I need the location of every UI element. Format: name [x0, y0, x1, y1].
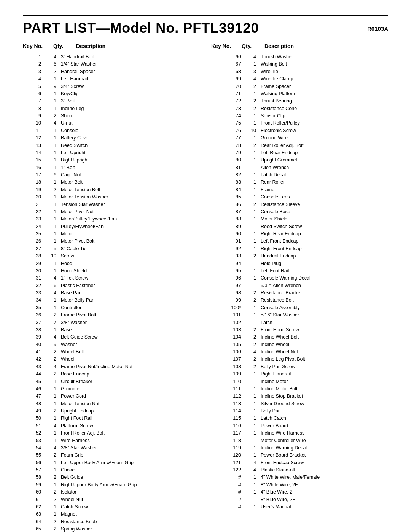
list-item: 67 1 Walking Belt: [223, 61, 388, 68]
list-item: 108 2 Belly Pan Screw: [223, 363, 388, 371]
part-qty: 2: [46, 489, 61, 496]
part-key: 77: [223, 134, 245, 142]
part-qty: 1: [46, 267, 61, 275]
part-desc: Wire Harness: [61, 437, 188, 444]
list-item: 61 2 Wheel Nut: [23, 496, 188, 503]
part-qty: 1: [46, 193, 61, 201]
part-desc: 8" Cable Tie: [61, 245, 188, 252]
part-key: 22: [23, 208, 46, 216]
part-key: 76: [223, 127, 245, 134]
list-item: 91 1 Left Front Endcap: [223, 238, 388, 245]
part-qty: 2: [46, 526, 61, 532]
list-item: 119 1 Incline Warning Decal: [223, 444, 388, 452]
part-desc: Screw: [61, 252, 188, 260]
part-desc: Belly Pan Screw: [261, 363, 388, 371]
part-key: 50: [23, 415, 46, 422]
part-key: 6: [23, 90, 46, 97]
part-key: 63: [23, 511, 46, 518]
part-qty: 2: [46, 518, 61, 526]
part-qty: 1: [245, 208, 261, 216]
part-qty: 1: [46, 304, 61, 312]
part-key: 106: [223, 348, 245, 356]
list-item: 11 1 Console: [23, 127, 188, 134]
part-desc: Walking Belt: [261, 61, 388, 68]
part-desc: User's Manual: [261, 503, 388, 511]
list-item: 34 1 Motor Belly Pan: [23, 297, 188, 304]
list-item: 88 1 Motor Shield: [223, 216, 388, 223]
part-desc: Belt Guide: [61, 474, 188, 481]
part-qty: 5: [46, 245, 61, 252]
list-item: 51 4 Platform Screw: [23, 422, 188, 430]
list-item: 56 1 Left Upper Body Arm w/Foam Grip: [23, 459, 188, 466]
part-qty: 1: [46, 97, 61, 105]
part-qty: 1: [245, 282, 261, 289]
part-key: 51: [23, 422, 46, 430]
part-qty: 1: [46, 385, 61, 393]
part-desc: Hood Shield: [61, 267, 188, 275]
list-item: 27 5 8" Cable Tie: [23, 245, 188, 252]
part-desc: Base Pad: [61, 289, 188, 297]
part-qty: 4: [46, 422, 61, 430]
list-item: 115 1 Latch Catch: [223, 415, 388, 422]
part-qty: 1: [46, 223, 61, 230]
part-desc: Motor: [61, 230, 188, 238]
part-qty: 1: [245, 179, 261, 186]
part-qty: 1: [245, 61, 261, 68]
part-key: 62: [23, 503, 46, 511]
part-qty: 1: [46, 179, 61, 186]
part-qty: 1: [245, 216, 261, 223]
list-item: 89 1 Reed Switch Screw: [223, 223, 388, 230]
part-desc: Silver Ground Screw: [261, 400, 388, 407]
part-key: 15: [23, 157, 46, 164]
part-key: #: [223, 481, 245, 489]
part-desc: Frame: [261, 186, 388, 193]
part-qty: 1: [46, 75, 61, 83]
part-key: 16: [23, 164, 46, 171]
part-qty: 4: [46, 363, 61, 371]
list-item: 97 1 5/32" Allen Wrench: [223, 282, 388, 289]
part-qty: 1: [245, 238, 261, 245]
part-key: 120: [223, 452, 245, 459]
part-qty: 1: [245, 245, 261, 252]
part-qty: 1: [46, 201, 61, 208]
list-item: 109 1 Right Handrail: [223, 371, 388, 378]
part-key: 75: [223, 120, 245, 127]
part-key: 20: [23, 193, 46, 201]
part-qty: 1: [46, 164, 61, 171]
list-item: 86 2 Resistance Sleeve: [223, 201, 388, 208]
part-desc: Base: [61, 326, 188, 334]
part-key: 1: [23, 53, 46, 61]
list-item: 6 1 Key/Clip: [23, 90, 188, 97]
list-item: 38 1 Base: [23, 326, 188, 334]
list-item: 43 4 Frame Pivot Nut/Incline Motor Nut: [23, 363, 188, 371]
part-qty: 1: [46, 503, 61, 511]
part-desc: Console Base: [261, 208, 388, 216]
part-qty: 1: [245, 157, 261, 164]
part-qty: 3: [245, 68, 261, 75]
part-key: 41: [23, 348, 46, 356]
part-key: 65: [23, 526, 46, 532]
part-qty: 4: [46, 53, 61, 61]
model-number: R0103A: [367, 20, 388, 32]
part-key: 48: [23, 400, 46, 407]
page-container: PART LIST—Model No. PFTL39120 R0103A Key…: [23, 15, 388, 532]
part-desc: Hole Plug: [261, 260, 388, 267]
list-item: 75 1 Front Roller/Pulley: [223, 120, 388, 127]
part-key: 70: [223, 83, 245, 90]
part-key: 92: [223, 245, 245, 252]
part-key: 113: [223, 400, 245, 407]
list-item: 25 1 Motor: [23, 230, 188, 238]
part-key: 34: [23, 297, 46, 304]
part-key: 73: [223, 105, 245, 112]
part-desc: Plastic Stand-off: [261, 466, 388, 474]
part-key: 11: [23, 127, 46, 134]
column-headers: Key No. Qty. Description Key No. Qty. De…: [23, 43, 388, 51]
list-item: 106 4 Incline Wheel Nut: [223, 348, 388, 356]
part-qty: 10: [245, 127, 261, 134]
part-qty: 1: [46, 459, 61, 466]
part-qty: 4: [46, 334, 61, 341]
list-item: 63 1 Magnet: [23, 511, 188, 518]
part-key: 24: [23, 223, 46, 230]
list-item: 30 1 Hood Shield: [23, 267, 188, 275]
part-qty: 1: [245, 422, 261, 430]
